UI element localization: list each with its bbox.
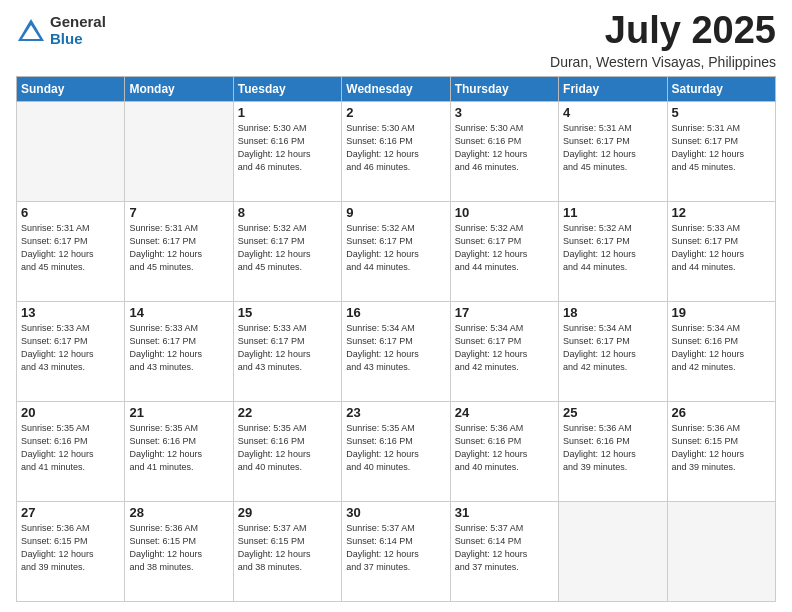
day-number: 4 <box>563 105 662 120</box>
table-row: 3Sunrise: 5:30 AM Sunset: 6:16 PM Daylig… <box>450 101 558 201</box>
table-row <box>125 101 233 201</box>
table-row <box>559 501 667 601</box>
day-number: 18 <box>563 305 662 320</box>
calendar-week-row: 6Sunrise: 5:31 AM Sunset: 6:17 PM Daylig… <box>17 201 776 301</box>
day-info: Sunrise: 5:35 AM Sunset: 6:16 PM Dayligh… <box>21 422 120 474</box>
day-info: Sunrise: 5:33 AM Sunset: 6:17 PM Dayligh… <box>672 222 771 274</box>
table-row: 25Sunrise: 5:36 AM Sunset: 6:16 PM Dayli… <box>559 401 667 501</box>
table-row: 11Sunrise: 5:32 AM Sunset: 6:17 PM Dayli… <box>559 201 667 301</box>
day-info: Sunrise: 5:36 AM Sunset: 6:15 PM Dayligh… <box>672 422 771 474</box>
table-row: 9Sunrise: 5:32 AM Sunset: 6:17 PM Daylig… <box>342 201 450 301</box>
day-info: Sunrise: 5:31 AM Sunset: 6:17 PM Dayligh… <box>672 122 771 174</box>
day-info: Sunrise: 5:31 AM Sunset: 6:17 PM Dayligh… <box>21 222 120 274</box>
logo-icon <box>16 17 46 45</box>
day-info: Sunrise: 5:36 AM Sunset: 6:15 PM Dayligh… <box>21 522 120 574</box>
day-number: 21 <box>129 405 228 420</box>
table-row: 4Sunrise: 5:31 AM Sunset: 6:17 PM Daylig… <box>559 101 667 201</box>
table-row: 17Sunrise: 5:34 AM Sunset: 6:17 PM Dayli… <box>450 301 558 401</box>
day-info: Sunrise: 5:37 AM Sunset: 6:15 PM Dayligh… <box>238 522 337 574</box>
day-info: Sunrise: 5:30 AM Sunset: 6:16 PM Dayligh… <box>238 122 337 174</box>
table-row: 30Sunrise: 5:37 AM Sunset: 6:14 PM Dayli… <box>342 501 450 601</box>
day-number: 16 <box>346 305 445 320</box>
logo: General Blue <box>16 14 106 47</box>
day-number: 1 <box>238 105 337 120</box>
day-number: 28 <box>129 505 228 520</box>
day-info: Sunrise: 5:37 AM Sunset: 6:14 PM Dayligh… <box>455 522 554 574</box>
table-row: 28Sunrise: 5:36 AM Sunset: 6:15 PM Dayli… <box>125 501 233 601</box>
table-row: 5Sunrise: 5:31 AM Sunset: 6:17 PM Daylig… <box>667 101 775 201</box>
calendar-week-row: 1Sunrise: 5:30 AM Sunset: 6:16 PM Daylig… <box>17 101 776 201</box>
table-row: 26Sunrise: 5:36 AM Sunset: 6:15 PM Dayli… <box>667 401 775 501</box>
calendar-week-row: 20Sunrise: 5:35 AM Sunset: 6:16 PM Dayli… <box>17 401 776 501</box>
logo-text: General Blue <box>50 14 106 47</box>
header: General Blue July 2025 Duran, Western Vi… <box>16 10 776 70</box>
day-info: Sunrise: 5:33 AM Sunset: 6:17 PM Dayligh… <box>238 322 337 374</box>
table-row: 10Sunrise: 5:32 AM Sunset: 6:17 PM Dayli… <box>450 201 558 301</box>
table-row: 31Sunrise: 5:37 AM Sunset: 6:14 PM Dayli… <box>450 501 558 601</box>
day-number: 15 <box>238 305 337 320</box>
day-number: 12 <box>672 205 771 220</box>
day-info: Sunrise: 5:31 AM Sunset: 6:17 PM Dayligh… <box>563 122 662 174</box>
day-number: 31 <box>455 505 554 520</box>
day-info: Sunrise: 5:30 AM Sunset: 6:16 PM Dayligh… <box>455 122 554 174</box>
day-info: Sunrise: 5:32 AM Sunset: 6:17 PM Dayligh… <box>563 222 662 274</box>
day-number: 22 <box>238 405 337 420</box>
day-number: 30 <box>346 505 445 520</box>
calendar-table: Sunday Monday Tuesday Wednesday Thursday… <box>16 76 776 602</box>
day-info: Sunrise: 5:33 AM Sunset: 6:17 PM Dayligh… <box>129 322 228 374</box>
day-number: 5 <box>672 105 771 120</box>
title-month: July 2025 <box>550 10 776 52</box>
col-monday: Monday <box>125 76 233 101</box>
day-info: Sunrise: 5:30 AM Sunset: 6:16 PM Dayligh… <box>346 122 445 174</box>
day-info: Sunrise: 5:35 AM Sunset: 6:16 PM Dayligh… <box>238 422 337 474</box>
day-info: Sunrise: 5:36 AM Sunset: 6:16 PM Dayligh… <box>455 422 554 474</box>
table-row: 18Sunrise: 5:34 AM Sunset: 6:17 PM Dayli… <box>559 301 667 401</box>
day-number: 3 <box>455 105 554 120</box>
day-number: 6 <box>21 205 120 220</box>
table-row: 14Sunrise: 5:33 AM Sunset: 6:17 PM Dayli… <box>125 301 233 401</box>
day-number: 14 <box>129 305 228 320</box>
calendar-week-row: 27Sunrise: 5:36 AM Sunset: 6:15 PM Dayli… <box>17 501 776 601</box>
day-info: Sunrise: 5:32 AM Sunset: 6:17 PM Dayligh… <box>238 222 337 274</box>
day-info: Sunrise: 5:33 AM Sunset: 6:17 PM Dayligh… <box>21 322 120 374</box>
day-info: Sunrise: 5:34 AM Sunset: 6:16 PM Dayligh… <box>672 322 771 374</box>
calendar-week-row: 13Sunrise: 5:33 AM Sunset: 6:17 PM Dayli… <box>17 301 776 401</box>
table-row: 13Sunrise: 5:33 AM Sunset: 6:17 PM Dayli… <box>17 301 125 401</box>
day-number: 10 <box>455 205 554 220</box>
day-info: Sunrise: 5:32 AM Sunset: 6:17 PM Dayligh… <box>455 222 554 274</box>
day-number: 11 <box>563 205 662 220</box>
table-row: 12Sunrise: 5:33 AM Sunset: 6:17 PM Dayli… <box>667 201 775 301</box>
table-row: 23Sunrise: 5:35 AM Sunset: 6:16 PM Dayli… <box>342 401 450 501</box>
table-row: 29Sunrise: 5:37 AM Sunset: 6:15 PM Dayli… <box>233 501 341 601</box>
day-info: Sunrise: 5:34 AM Sunset: 6:17 PM Dayligh… <box>346 322 445 374</box>
col-sunday: Sunday <box>17 76 125 101</box>
day-number: 9 <box>346 205 445 220</box>
col-thursday: Thursday <box>450 76 558 101</box>
day-info: Sunrise: 5:35 AM Sunset: 6:16 PM Dayligh… <box>129 422 228 474</box>
table-row: 16Sunrise: 5:34 AM Sunset: 6:17 PM Dayli… <box>342 301 450 401</box>
table-row: 2Sunrise: 5:30 AM Sunset: 6:16 PM Daylig… <box>342 101 450 201</box>
day-number: 27 <box>21 505 120 520</box>
table-row: 8Sunrise: 5:32 AM Sunset: 6:17 PM Daylig… <box>233 201 341 301</box>
calendar-header-row: Sunday Monday Tuesday Wednesday Thursday… <box>17 76 776 101</box>
day-info: Sunrise: 5:37 AM Sunset: 6:14 PM Dayligh… <box>346 522 445 574</box>
table-row: 27Sunrise: 5:36 AM Sunset: 6:15 PM Dayli… <box>17 501 125 601</box>
day-info: Sunrise: 5:36 AM Sunset: 6:15 PM Dayligh… <box>129 522 228 574</box>
title-location: Duran, Western Visayas, Philippines <box>550 54 776 70</box>
col-friday: Friday <box>559 76 667 101</box>
day-info: Sunrise: 5:34 AM Sunset: 6:17 PM Dayligh… <box>455 322 554 374</box>
col-tuesday: Tuesday <box>233 76 341 101</box>
logo-blue-text: Blue <box>50 31 106 48</box>
table-row <box>667 501 775 601</box>
page: General Blue July 2025 Duran, Western Vi… <box>0 0 792 612</box>
day-number: 26 <box>672 405 771 420</box>
table-row: 21Sunrise: 5:35 AM Sunset: 6:16 PM Dayli… <box>125 401 233 501</box>
table-row: 7Sunrise: 5:31 AM Sunset: 6:17 PM Daylig… <box>125 201 233 301</box>
day-number: 13 <box>21 305 120 320</box>
day-number: 7 <box>129 205 228 220</box>
day-number: 2 <box>346 105 445 120</box>
table-row: 20Sunrise: 5:35 AM Sunset: 6:16 PM Dayli… <box>17 401 125 501</box>
table-row: 19Sunrise: 5:34 AM Sunset: 6:16 PM Dayli… <box>667 301 775 401</box>
day-info: Sunrise: 5:35 AM Sunset: 6:16 PM Dayligh… <box>346 422 445 474</box>
day-number: 29 <box>238 505 337 520</box>
